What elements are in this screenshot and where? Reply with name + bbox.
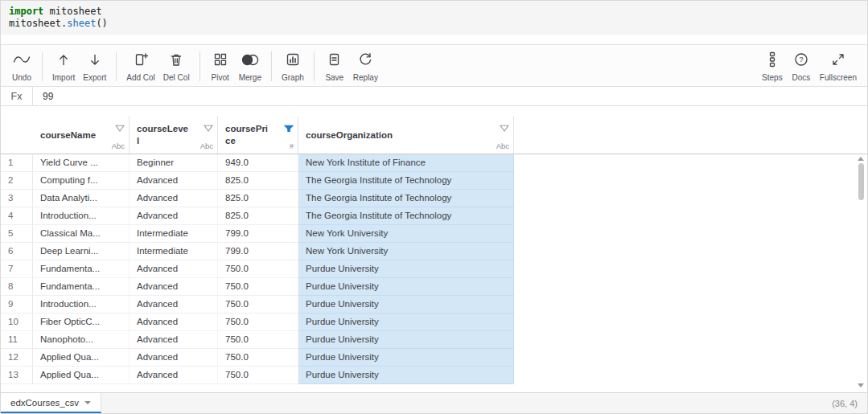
cell-courseName[interactable]: Nanophoto... bbox=[33, 331, 130, 349]
column-header-courseOrganization[interactable]: courseOrganization Abc bbox=[298, 116, 514, 154]
cell-courseLevel[interactable]: Advanced bbox=[130, 260, 218, 278]
cell-courseLevel[interactable]: Advanced bbox=[130, 207, 218, 225]
delete-column-button[interactable]: Del Col bbox=[159, 49, 194, 84]
cell-courseLevel[interactable]: Advanced bbox=[130, 278, 218, 296]
cell-courseOrganization[interactable]: The Georgia Institute of Technology bbox=[298, 172, 514, 190]
cell-courseLevel[interactable]: Intermediate bbox=[130, 225, 218, 243]
row-index[interactable]: 4 bbox=[1, 207, 33, 225]
column-header-courseName[interactable]: courseName Abc bbox=[33, 116, 130, 154]
cell-coursePrice[interactable]: 750.0 bbox=[218, 331, 298, 349]
import-button[interactable]: Import bbox=[48, 49, 79, 84]
cell-courseName[interactable]: Computing f... bbox=[33, 172, 130, 190]
cell-courseName[interactable]: Applied Qua... bbox=[33, 367, 130, 384]
cell-courseLevel[interactable]: Advanced bbox=[130, 367, 218, 384]
cell-courseOrganization[interactable]: New York University bbox=[298, 225, 514, 243]
cell-courseLevel[interactable]: Advanced bbox=[130, 349, 218, 367]
cell-coursePrice[interactable]: 750.0 bbox=[218, 349, 298, 367]
save-button[interactable]: Save bbox=[320, 49, 349, 84]
cell-courseLevel[interactable]: Advanced bbox=[130, 172, 218, 190]
cell-courseOrganization[interactable]: Purdue University bbox=[298, 296, 514, 314]
toolbar-separator bbox=[116, 51, 117, 81]
cell-coursePrice[interactable]: 949.0 bbox=[218, 154, 298, 172]
row-index[interactable]: 7 bbox=[1, 260, 33, 278]
sheet-tab[interactable]: edxCourses_csv bbox=[1, 393, 101, 413]
cell-courseLevel[interactable]: Beginner bbox=[130, 154, 218, 172]
row-index[interactable]: 3 bbox=[1, 190, 33, 207]
cell-courseOrganization[interactable]: Purdue University bbox=[298, 367, 514, 384]
cell-courseOrganization[interactable]: Purdue University bbox=[298, 349, 514, 367]
vertical-scrollbar[interactable] bbox=[856, 154, 866, 389]
formula-input[interactable]: 99 bbox=[33, 87, 867, 105]
filter-icon-active[interactable] bbox=[284, 121, 294, 135]
cell-coursePrice[interactable]: 750.0 bbox=[218, 314, 298, 331]
cell-courseName[interactable]: Deep Learni... bbox=[33, 243, 130, 260]
module-name: mitosheet bbox=[9, 18, 61, 29]
pivot-button[interactable]: Pivot bbox=[206, 49, 235, 84]
dataframe-dimensions: (36, 4) bbox=[832, 393, 867, 413]
cell-courseLevel[interactable]: Advanced bbox=[130, 314, 218, 331]
cell-courseName[interactable]: Applied Qua... bbox=[33, 349, 130, 367]
header-row: courseName Abc courseLevel Abc coursePri… bbox=[1, 116, 867, 154]
cell-courseName[interactable]: Yield Curve ... bbox=[33, 154, 130, 172]
graph-button[interactable]: Graph bbox=[278, 49, 308, 84]
sheet-tab-bar: edxCourses_csv (36, 4) bbox=[1, 392, 867, 413]
cell-courseName[interactable]: Fiber OpticC... bbox=[33, 314, 130, 331]
cell-courseOrganization[interactable]: New York University bbox=[298, 243, 514, 260]
scrollbar-thumb[interactable] bbox=[858, 163, 864, 200]
filter-icon[interactable] bbox=[204, 121, 213, 135]
cell-coursePrice[interactable]: 799.0 bbox=[218, 243, 298, 260]
filter-icon[interactable] bbox=[115, 121, 125, 135]
cell-courseName[interactable]: Fundamenta... bbox=[33, 278, 130, 296]
cell-courseOrganization[interactable]: New York Institute of Finance bbox=[298, 154, 514, 172]
cell-courseName[interactable]: Introduction... bbox=[33, 207, 130, 225]
row-index[interactable]: 5 bbox=[1, 225, 33, 243]
cell-coursePrice[interactable]: 750.0 bbox=[218, 278, 298, 296]
cell-coursePrice[interactable]: 825.0 bbox=[218, 190, 298, 207]
row-index[interactable]: 6 bbox=[1, 243, 33, 260]
cell-coursePrice[interactable]: 825.0 bbox=[218, 207, 298, 225]
cell-courseName[interactable]: Classical Ma... bbox=[33, 225, 130, 243]
column-header-courseLevel[interactable]: courseLevel Abc bbox=[130, 116, 218, 154]
cell-courseOrganization[interactable]: Purdue University bbox=[298, 314, 514, 331]
add-column-button[interactable]: Add Col bbox=[122, 49, 159, 84]
row-index[interactable]: 13 bbox=[1, 367, 33, 384]
empty-cell bbox=[514, 243, 867, 260]
cell-coursePrice[interactable]: 750.0 bbox=[218, 296, 298, 314]
docs-button[interactable]: ? Docs bbox=[787, 49, 816, 84]
cell-courseOrganization[interactable]: Purdue University bbox=[298, 278, 514, 296]
corner-header[interactable] bbox=[1, 116, 33, 154]
cell-courseName[interactable]: Introduction... bbox=[33, 296, 130, 314]
filter-icon[interactable] bbox=[500, 121, 509, 135]
cell-courseName[interactable]: Data Analyti... bbox=[33, 190, 130, 207]
undo-button[interactable]: Undo bbox=[7, 49, 36, 84]
cell-courseOrganization[interactable]: Purdue University bbox=[298, 331, 514, 349]
row-index[interactable]: 10 bbox=[1, 314, 33, 331]
export-button[interactable]: Export bbox=[79, 49, 110, 84]
row-index[interactable]: 11 bbox=[1, 331, 33, 349]
cell-courseLevel[interactable]: Advanced bbox=[130, 331, 218, 349]
cell-courseLevel[interactable]: Advanced bbox=[130, 296, 218, 314]
cell-courseLevel[interactable]: Intermediate bbox=[130, 243, 218, 260]
row-index[interactable]: 9 bbox=[1, 296, 33, 314]
replay-button[interactable]: Replay bbox=[349, 49, 382, 84]
row-index[interactable]: 12 bbox=[1, 349, 33, 367]
scroll-up-arrow[interactable] bbox=[858, 157, 864, 161]
cell-courseOrganization[interactable]: Purdue University bbox=[298, 260, 514, 278]
steps-button[interactable]: Steps bbox=[758, 49, 787, 84]
cell-coursePrice[interactable]: 750.0 bbox=[218, 260, 298, 278]
row-index[interactable]: 1 bbox=[1, 154, 33, 172]
cell-courseOrganization[interactable]: The Georgia Institute of Technology bbox=[298, 190, 514, 207]
column-header-coursePrice[interactable]: coursePrice # bbox=[218, 116, 298, 154]
row-index[interactable]: 2 bbox=[1, 172, 33, 190]
merge-button[interactable]: Merge bbox=[235, 49, 265, 84]
cell-coursePrice[interactable]: 750.0 bbox=[218, 367, 298, 384]
code-cell[interactable]: import mitosheet mitosheet.sheet() bbox=[1, 1, 867, 35]
cell-courseOrganization[interactable]: The Georgia Institute of Technology bbox=[298, 207, 514, 225]
fullscreen-button[interactable]: Fullscreen bbox=[816, 49, 861, 84]
cell-courseLevel[interactable]: Advanced bbox=[130, 190, 218, 207]
cell-courseName[interactable]: Fundamenta... bbox=[33, 260, 130, 278]
cell-coursePrice[interactable]: 825.0 bbox=[218, 172, 298, 190]
cell-coursePrice[interactable]: 799.0 bbox=[218, 225, 298, 243]
scroll-down-arrow[interactable] bbox=[858, 383, 864, 387]
row-index[interactable]: 8 bbox=[1, 278, 33, 296]
